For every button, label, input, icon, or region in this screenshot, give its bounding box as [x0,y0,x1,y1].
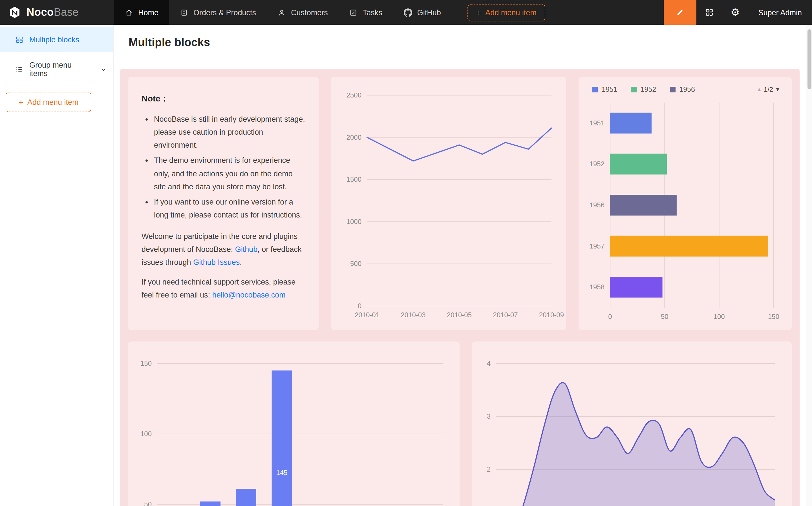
svg-text:2: 2 [487,466,491,473]
sidebar-item-label: Multiple blocks [29,35,79,44]
legend-swatch [592,87,598,92]
main-area: Multiple blocks Note： NocoBase is still … [114,25,812,506]
navbar-right-controls: ⚙ Super Admin [663,0,812,25]
note-bullet: NocoBase is still in early development s… [154,113,305,152]
nocobase-logo-icon [8,6,21,19]
github-icon [404,8,412,17]
sidebar-item-group-menu-items[interactable]: Group menu items [0,57,113,82]
ui-editor-button[interactable] [663,0,696,25]
column-chart: 5010015038526114548 [128,341,459,506]
note-text: . [240,258,242,266]
svg-text:50: 50 [144,500,152,506]
blocks-container: Note： NocoBase is still in early develop… [120,69,800,506]
grid-icon [705,8,714,17]
svg-text:2000: 2000 [347,134,361,141]
nav-item-github[interactable]: GitHub [393,0,452,25]
svg-text:1000: 1000 [347,218,361,225]
nocobase-logo[interactable]: NocoBase [0,0,114,25]
note-title: Note： [142,91,305,106]
nav-item-label: Customers [291,8,328,17]
svg-text:1956: 1956 [590,201,604,209]
sidebar-item-multiple-blocks[interactable]: Multiple blocks [0,27,113,52]
svg-text:0: 0 [358,302,361,310]
sidebar: Multiple blocks Group menu items + Add m… [0,25,114,506]
legend-item-1951[interactable]: 1951 [592,86,617,94]
svg-text:1951: 1951 [590,119,604,127]
home-icon [125,8,133,17]
area-chart: 234 [472,341,792,506]
legend-item-1956[interactable]: 1956 [670,86,695,94]
chart-legend: 1951 1952 1956 ▲ 1/2 ▼ [579,77,792,95]
settings-button[interactable]: ⚙ [722,0,748,25]
blocks-row-2: 5010015038526114548 234 [128,341,792,506]
legend-swatch [631,87,637,92]
plugin-manager-button[interactable] [696,0,722,25]
bar-chart-card: 1951 1952 1956 ▲ 1/2 ▼ 05010015019511952… [579,77,792,330]
svg-text:0: 0 [608,313,612,320]
body-row: Multiple blocks Group menu items + Add m… [0,25,812,506]
sidebar-add-menu-item-button[interactable]: + Add menu item [6,92,91,112]
top-menu: Home Orders & Products Customers Tasks G… [114,0,452,25]
scrollbar-thumb[interactable] [808,29,811,89]
plus-icon: + [476,8,482,17]
svg-text:2010-05: 2010-05 [447,311,472,319]
top-navbar: NocoBase Home Orders & Products Customer… [0,0,812,25]
logo-text: NocoBase [26,6,79,19]
legend-page-indicator: 1/2 [764,86,773,94]
customers-icon [278,8,286,17]
svg-text:1958: 1958 [590,283,604,291]
legend-item-1952[interactable]: 1952 [631,86,656,94]
note-paragraph-support: If you need technical support services, … [142,275,305,302]
nav-item-orders-products[interactable]: Orders & Products [169,0,267,25]
note-bullet: The demo environment is for experience o… [154,154,305,193]
svg-text:50: 50 [661,313,668,320]
svg-text:3: 3 [487,412,491,420]
chevron-down-icon [100,66,106,72]
user-menu[interactable]: Super Admin [748,0,812,25]
legend-next-icon[interactable]: ▼ [775,87,781,92]
legend-swatch [670,87,675,92]
github-issues-link[interactable]: Github Issues [193,258,240,266]
vertical-scrollbar[interactable] [806,25,812,506]
area-chart-card: 234 [472,341,792,506]
svg-text:100: 100 [714,313,725,320]
email-link[interactable]: hello@nocobase.com [212,291,286,300]
note-paragraph-community: Welcome to participate in the core and p… [142,230,305,269]
svg-text:150: 150 [140,359,152,367]
page-title: Multiple blocks [129,36,210,49]
sidebar-item-label: Group menu items [29,61,92,78]
gear-icon: ⚙ [731,7,740,17]
page-header: Multiple blocks [114,25,812,60]
nav-item-home[interactable]: Home [114,0,169,25]
line-chart: 050010001500200025002010-012010-032010-0… [331,77,566,330]
note-bullet: If you want to use our online version fo… [154,195,305,222]
nav-item-tasks[interactable]: Tasks [339,0,393,25]
add-menu-item-label: Add menu item [485,8,536,17]
legend-pager: ▲ 1/2 ▼ [756,86,781,94]
legend-label: 1952 [641,86,656,94]
note-bullet-list: NocoBase is still in early development s… [142,113,305,222]
page-content: Note： NocoBase is still in early develop… [114,60,812,506]
horizontal-bar-chart: 05010015019511952195619571958 [579,95,792,330]
svg-text:2010-07: 2010-07 [493,311,518,319]
github-link[interactable]: Github [235,245,258,254]
legend-prev-icon[interactable]: ▲ [756,87,762,92]
svg-text:2500: 2500 [347,91,361,99]
navbar-add-menu-item-button[interactable]: + Add menu item [467,4,545,21]
nav-item-label: Home [138,8,158,17]
plus-icon: + [18,98,23,106]
list-icon [15,65,24,74]
highlighter-pen-icon [675,8,684,17]
tasks-icon [349,8,358,17]
orders-icon [180,8,188,17]
nav-item-customers[interactable]: Customers [267,0,339,25]
svg-text:4: 4 [487,359,491,367]
column-chart-card: 5010015038526114548 [128,341,459,506]
nav-item-label: GitHub [417,8,441,17]
line-chart-card: 050010001500200025002010-012010-032010-0… [331,77,566,330]
note-card: Note： NocoBase is still in early develop… [128,77,318,330]
legend-label: 1956 [679,86,695,94]
svg-text:500: 500 [350,260,361,267]
blocks-row-1: Note： NocoBase is still in early develop… [128,77,792,330]
svg-text:2010-01: 2010-01 [355,311,379,319]
